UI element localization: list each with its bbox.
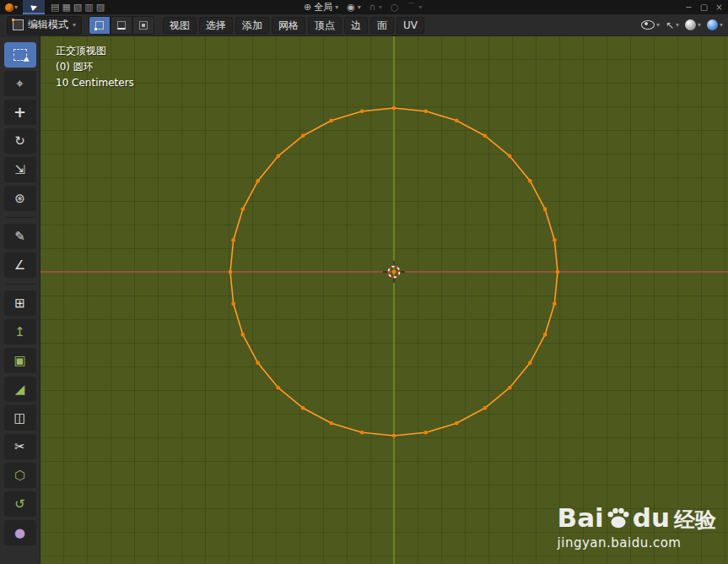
bevel-icon: ◢ (15, 383, 25, 396)
close-button[interactable]: × (714, 3, 725, 12)
menu-face[interactable]: 面 (370, 17, 394, 34)
cursor-3d (383, 261, 405, 283)
tool-poly-build[interactable]: ⬡ (4, 463, 36, 488)
menu-edge[interactable]: 边 (344, 17, 368, 34)
orientation-label: 全局 (314, 1, 332, 14)
mesh-vertex (277, 155, 281, 159)
overlays-dropdown[interactable]: ▾ (641, 20, 660, 30)
chevron-down-icon: ▾ (698, 22, 701, 29)
solid-shading-icon (685, 19, 696, 30)
menu-vertex[interactable]: 顶点 (308, 17, 342, 34)
mesh-svg (40, 36, 728, 564)
mesh-vertex (553, 302, 557, 306)
mesh-vertex (556, 270, 560, 274)
tool-annotate[interactable]: ✎ (4, 224, 36, 249)
restore-button[interactable]: ▢ (698, 3, 709, 12)
editor-layout-3-icon[interactable]: ▧ (73, 2, 83, 13)
mesh-vertex (360, 431, 364, 435)
topbar: ▾ ▶ ▤▦▧▥▨ ⊕ 全局 ▾ ◉ ▾ ∩ ▾ ○ (0, 0, 728, 14)
chevron-down-icon: ▾ (14, 4, 18, 11)
mode-dropdown[interactable]: 编辑模式 ▾ (7, 16, 82, 35)
scale-icon: ⇲ (14, 164, 25, 176)
overlay-line-1: 正交顶视图 (56, 43, 134, 59)
vertex-select-button[interactable] (89, 16, 111, 35)
falloff-dropdown[interactable]: ⌒ ▾ (407, 1, 423, 14)
active-tool-button[interactable]: ▶ (23, 0, 45, 14)
pivot-dropdown[interactable]: ◉ ▾ (347, 2, 361, 13)
shading-rendered-dropdown[interactable]: ▾ (707, 19, 723, 30)
mesh-vertex (424, 109, 429, 113)
chevron-down-icon: ▾ (676, 22, 679, 29)
menu-add[interactable]: 添加 (235, 17, 269, 34)
mesh-vertex (256, 179, 260, 183)
mesh-vertex (455, 421, 459, 426)
tool-cursor[interactable]: ⌖ (4, 71, 36, 96)
poly-build-icon: ⬡ (14, 469, 25, 482)
tool-smooth[interactable]: ● (4, 520, 36, 545)
tool-transform[interactable]: ⊛ (4, 186, 36, 211)
falloff-icon: ⌒ (407, 1, 417, 14)
viewport-overlay-text: 正交顶视图(0) 圆环10 Centimeters (56, 43, 134, 91)
select-box-icon (13, 49, 27, 61)
tool-move[interactable]: + (4, 100, 36, 125)
tool-measure[interactable]: ∠ (4, 252, 36, 278)
jingyan-text: 经验 (674, 509, 716, 531)
menu-uv[interactable]: UV (396, 17, 424, 34)
circle-mesh-edges (230, 108, 558, 436)
snap-toggle[interactable]: ∩ ▾ (369, 2, 382, 13)
tool-bevel[interactable]: ◢ (4, 377, 36, 402)
gizmos-dropdown[interactable]: ↖ ▾ (666, 19, 679, 31)
app-menu-button[interactable]: ▾ (3, 0, 19, 14)
tool-rotate[interactable]: ↻ (4, 128, 36, 154)
header-right: ▾ ↖ ▾ ▾ ▾ (641, 19, 723, 31)
chevron-down-icon: ▾ (720, 22, 723, 29)
mesh-vertex (392, 434, 396, 438)
tool-loop-cut[interactable]: ◫ (4, 405, 36, 431)
mesh-vertex (424, 431, 429, 435)
gizmo-icon: ↖ (666, 19, 674, 31)
topbar-center: ⊕ 全局 ▾ ◉ ▾ ∩ ▾ ○ ⌒ ▾ (304, 1, 423, 14)
mesh-vertex (528, 361, 532, 366)
tool-select-box[interactable] (4, 42, 36, 68)
tool-inset-faces[interactable]: ▣ (4, 348, 36, 373)
tool-extrude-region[interactable]: ↥ (4, 319, 36, 344)
viewport-header: 编辑模式 ▾ 视图选择添加网格顶点边面UV ▾ ↖ ▾ (0, 14, 728, 36)
editor-layout-1-icon[interactable]: ▤ (50, 2, 60, 13)
shading-solid-dropdown[interactable]: ▾ (685, 19, 701, 30)
mesh-vertex (528, 179, 532, 183)
mesh-vertex (330, 119, 334, 123)
window-controls: −▢× (683, 3, 725, 12)
chevron-down-icon: ▾ (358, 4, 361, 11)
baidu-text-suffix: du (633, 505, 670, 531)
blender-icon (5, 3, 13, 12)
tool-scale[interactable]: ⇲ (4, 157, 36, 182)
face-select-button[interactable] (132, 16, 154, 35)
tool-shelf: ⌖+↻⇲⊛✎∠⊞↥▣◢◫✂⬡↺● (0, 36, 40, 564)
minimize-button[interactable]: − (683, 3, 694, 12)
editor-layout-5-icon[interactable]: ▨ (95, 2, 105, 13)
editor-layout-2-icon[interactable]: ▦ (61, 2, 71, 13)
orientation-dropdown[interactable]: ⊕ 全局 ▾ (304, 1, 338, 14)
tool-knife[interactable]: ✂ (4, 434, 36, 459)
toolbar-separator (6, 284, 35, 285)
mesh-vertex (508, 386, 512, 390)
mode-label: 编辑模式 (28, 18, 68, 32)
menu-mesh[interactable]: 网格 (272, 17, 305, 34)
proportional-editing-toggle[interactable]: ○ (391, 2, 399, 13)
tool-spin[interactable]: ↺ (4, 491, 36, 517)
mesh-vertex (508, 155, 512, 159)
annotate-icon: ✎ (14, 230, 25, 243)
knife-icon: ✂ (14, 441, 25, 453)
edge-select-button[interactable] (111, 16, 132, 35)
transform-icon: ⊛ (14, 193, 25, 205)
menu-view[interactable]: 视图 (163, 17, 197, 34)
editor-layout-4-icon[interactable]: ▥ (84, 2, 94, 13)
menu-bar: 视图选择添加网格顶点边面UV (163, 17, 424, 34)
menu-select[interactable]: 选择 (199, 17, 233, 34)
tool-add-cube[interactable]: ⊞ (4, 290, 36, 316)
mesh-vertex (241, 333, 245, 337)
edge-select-icon (117, 21, 126, 30)
chevron-down-icon: ▾ (379, 4, 382, 11)
viewport-3d[interactable]: 正交顶视图(0) 圆环10 Centimeters Bai du 经验 jing… (40, 36, 728, 564)
chevron-down-icon: ▾ (73, 22, 76, 29)
